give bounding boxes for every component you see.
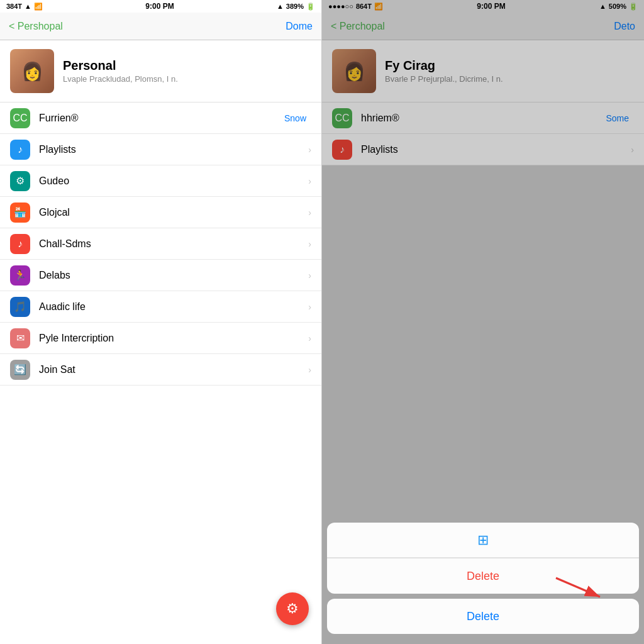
left-menu-item-chall-sdms[interactable]: ♪ Chall-Sdms › [0,228,321,260]
left-status-bar: 384T ▲ 📶 9:00 PM ▲ 389% 🔋 [0,0,321,13]
cancel-label: Delete [467,610,499,623]
left-gudeo-icon: ⚙ [10,171,30,191]
action-sheet-grid-button[interactable]: ⊞ [327,523,639,558]
left-profile-subtitle: Lvaple Prackludad, Plomsn, I n. [63,74,178,84]
left-pyle-icon: ✉ [10,328,30,348]
left-menu-section: CC Furrien® Snow ♪ Playlists › ⚙ Gudeo ›… [0,103,321,644]
left-wifi-icon: 📶 [34,3,43,11]
left-auadic-label: Auadic life [39,301,308,313]
svg-line-1 [556,578,600,597]
left-menu-item-auadic-life[interactable]: 🎵 Auadic life › [0,291,321,323]
left-join-sat-label: Join Sat [39,364,308,375]
action-sheet-cancel-group: Delete [327,599,639,634]
left-nav-action[interactable]: Dome [286,21,313,32]
left-battery-icon: 🔋 [306,3,315,11]
left-glojcal-icon: 🏪 [10,203,30,223]
action-sheet-cancel-button[interactable]: Delete [327,599,639,634]
left-furrien-badge: Snow [284,113,306,123]
left-auadic-chevron: › [308,302,311,312]
left-menu-item-gudeo[interactable]: ⚙ Gudeo › [0,165,321,197]
action-sheet-overlay: ⊞ Delete Delete [322,0,644,644]
left-delabs-chevron: › [308,270,311,280]
left-location-icon: ▲ [277,3,284,10]
right-panel: ●●●●○○ 864T 📶 9:00 PM ▲ 509% 🔋 < Perchop… [322,0,644,644]
left-furrien-icon: CC [10,108,30,128]
left-status-left: 384T ▲ 📶 [6,3,43,11]
left-delabs-label: Delabs [39,270,308,281]
left-pyle-label: Pyle Intercription [39,333,308,344]
delete-red-label: Delete [467,570,499,583]
left-chall-chevron: › [308,239,311,249]
left-avatar: 👩 [10,49,54,93]
left-back-button[interactable]: < Pershopal [9,21,63,32]
left-chall-icon: ♪ [10,234,30,254]
left-glojcal-label: Glojcal [39,207,308,218]
left-avatar-image: 👩 [10,49,54,93]
left-profile-section: 👩 Personal Lvaple Prackludad, Plomsn, I … [0,40,321,103]
left-panel: 384T ▲ 📶 9:00 PM ▲ 389% 🔋 < Pershopal Do… [0,0,322,644]
left-join-sat-chevron: › [308,365,311,375]
left-profile-name: Personal [63,58,178,73]
left-pyle-chevron: › [308,333,311,343]
left-join-sat-icon: 🔄 [10,360,30,380]
left-menu-item-delabs[interactable]: 🏃 Delabs › [0,260,321,291]
left-delabs-icon: 🏃 [10,265,30,286]
left-furrien-label: Furrien® [39,113,284,124]
left-playlists-icon: ♪ [10,140,30,160]
left-menu-item-pyle[interactable]: ✉ Pyle Intercription › [0,323,321,354]
left-signal-icon: ▲ [25,3,31,10]
left-menu-item-furrien[interactable]: CC Furrien® Snow [0,103,321,134]
left-menu-item-glojcal[interactable]: 🏪 Glojcal › [0,197,321,228]
left-nav-bar: < Pershopal Dome [0,13,321,40]
left-fab-icon: ⚙ [286,601,299,617]
left-carrier: 384T [6,3,22,10]
arrow-annotation [553,572,609,603]
left-glojcal-chevron: › [308,208,311,218]
left-chall-label: Chall-Sdms [39,238,308,250]
left-auadic-icon: 🎵 [10,297,30,317]
left-gudeo-label: Gudeo [39,175,308,187]
left-gudeo-chevron: › [308,176,311,186]
left-status-right: ▲ 389% 🔋 [277,3,315,11]
left-time: 9:00 PM [145,2,174,11]
left-profile-info: Personal Lvaple Prackludad, Plomsn, I n. [63,58,178,84]
left-playlists-label: Playlists [39,144,308,155]
left-playlists-chevron: › [308,145,311,155]
left-menu-item-playlists[interactable]: ♪ Playlists › [0,134,321,165]
left-battery: 389% [286,3,304,10]
grid-icon: ⊞ [477,532,489,548]
left-menu-item-join-sat[interactable]: 🔄 Join Sat › [0,354,321,386]
left-fab-button[interactable]: ⚙ [276,592,309,625]
